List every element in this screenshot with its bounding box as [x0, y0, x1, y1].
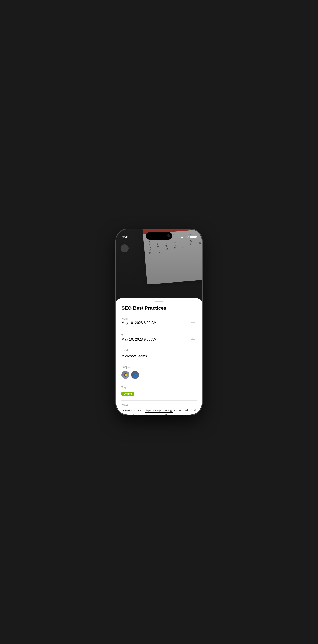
- svg-rect-16: [192, 338, 192, 339]
- people-field: People 🧔 👤: [122, 366, 196, 380]
- tag-online: Online: [122, 392, 134, 396]
- notes-text: Learn and share tips for optimizing our …: [122, 407, 196, 414]
- dynamic-island: [146, 232, 172, 240]
- divider-2: [122, 346, 196, 346]
- people-label: People: [122, 366, 196, 368]
- divider-1: [122, 329, 196, 330]
- svg-rect-9: [191, 336, 195, 340]
- bottom-sheet: SEO Best Practices From May 10, 2023 8:0…: [116, 298, 202, 414]
- svg-rect-15: [194, 338, 194, 338]
- camera-dot: [167, 234, 170, 237]
- wifi-icon: [186, 235, 189, 239]
- divider-5: [122, 400, 196, 400]
- svg-rect-4: [192, 321, 192, 321]
- svg-rect-13: [192, 338, 192, 338]
- svg-rect-8: [193, 322, 193, 322]
- from-label: From: [122, 317, 190, 320]
- to-value: May 10, 2023 9:00 AM: [122, 338, 190, 342]
- avatar-2-emoji: 👤: [133, 373, 137, 376]
- from-field-group: From May 10, 2023 8:00 AM: [122, 316, 196, 326]
- tags-field: Tags Online: [122, 386, 196, 398]
- calendar-icon-from: [190, 318, 196, 323]
- from-value: May 10, 2023 8:00 AM: [122, 321, 190, 325]
- to-field-group: To May 10, 2023 9:00 AM: [122, 332, 196, 343]
- back-button[interactable]: ‹: [120, 244, 128, 252]
- from-calendar-icon-button[interactable]: [190, 317, 196, 324]
- to-calendar-icon-button[interactable]: [190, 334, 196, 341]
- divider-4: [122, 383, 196, 384]
- sheet-handle: [154, 301, 164, 302]
- avatar-1: 🧔: [122, 371, 130, 379]
- location-value: Microsoft Teams: [122, 352, 196, 360]
- svg-rect-7: [192, 322, 192, 322]
- calendar-icon-to: [190, 335, 196, 340]
- sheet-title: SEO Best Practices: [122, 305, 196, 311]
- chevron-left-icon: ‹: [124, 246, 125, 250]
- location-field: Location Microsoft Teams: [122, 349, 196, 360]
- tags-label: Tags: [122, 386, 196, 389]
- notes-label: Notes: [122, 403, 196, 406]
- svg-rect-14: [193, 338, 193, 338]
- to-label: To: [122, 334, 190, 337]
- phone-screen: 9:41: [116, 230, 202, 414]
- to-field-content: To May 10, 2023 9:00 AM: [122, 334, 190, 342]
- status-time: 9:41: [122, 235, 129, 239]
- home-indicator: [145, 412, 173, 413]
- notes-field: Notes Learn and share tips for optimizin…: [122, 403, 196, 414]
- svg-rect-17: [193, 338, 193, 339]
- status-icons: [180, 235, 196, 239]
- from-field-content: From May 10, 2023 8:00 AM: [122, 317, 190, 325]
- location-label: Location: [122, 349, 196, 352]
- signal-icon: [180, 236, 184, 238]
- avatar-1-emoji: 🧔: [124, 373, 128, 376]
- svg-rect-0: [191, 319, 195, 323]
- people-avatars: 🧔 👤: [122, 369, 196, 380]
- phone-frame: 9:41: [116, 230, 202, 414]
- svg-rect-5: [193, 321, 193, 321]
- divider-3: [122, 362, 196, 363]
- svg-rect-6: [194, 321, 194, 321]
- avatar-2: 👤: [131, 371, 139, 379]
- battery-icon: [190, 236, 196, 238]
